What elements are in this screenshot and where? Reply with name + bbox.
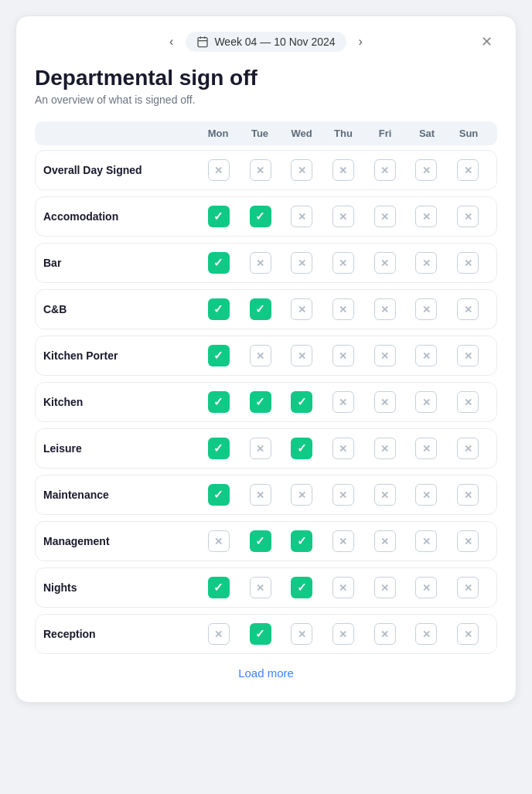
checked-icon[interactable] <box>208 484 230 506</box>
checked-icon[interactable] <box>291 391 312 413</box>
unchecked-icon[interactable] <box>374 530 396 552</box>
unchecked-icon[interactable] <box>332 530 354 552</box>
unchecked-icon[interactable] <box>415 298 437 320</box>
unchecked-icon[interactable] <box>291 298 312 320</box>
unchecked-icon[interactable] <box>415 484 437 506</box>
dept-name: Bar <box>43 256 198 270</box>
unchecked-icon[interactable] <box>457 206 479 227</box>
unchecked-icon[interactable] <box>457 391 479 413</box>
dept-name: Overall Day Signed <box>43 163 198 177</box>
unchecked-icon[interactable] <box>250 159 271 181</box>
unchecked-icon[interactable] <box>374 298 396 320</box>
unchecked-icon[interactable] <box>291 252 312 274</box>
unchecked-icon[interactable] <box>250 345 271 366</box>
unchecked-icon[interactable] <box>374 577 396 598</box>
checked-icon[interactable] <box>250 206 271 227</box>
unchecked-icon[interactable] <box>415 391 437 413</box>
checked-icon[interactable] <box>208 298 230 320</box>
unchecked-icon[interactable] <box>332 206 354 227</box>
checked-icon[interactable] <box>250 298 271 320</box>
checked-icon[interactable] <box>208 206 230 227</box>
unchecked-icon[interactable] <box>415 159 437 181</box>
unchecked-icon[interactable] <box>457 623 479 645</box>
unchecked-icon[interactable] <box>457 438 479 459</box>
unchecked-icon[interactable] <box>332 438 354 459</box>
checked-icon[interactable] <box>208 391 230 413</box>
check-cell <box>447 159 489 181</box>
unchecked-icon[interactable] <box>332 345 354 366</box>
check-cell <box>281 298 322 320</box>
checked-icon[interactable] <box>291 530 312 552</box>
check-cell <box>322 252 364 274</box>
unchecked-icon[interactable] <box>291 345 312 366</box>
checked-icon[interactable] <box>208 438 230 459</box>
close-button[interactable]: ✕ <box>476 32 497 52</box>
unchecked-icon[interactable] <box>374 206 396 227</box>
unchecked-icon[interactable] <box>250 438 271 459</box>
unchecked-icon[interactable] <box>332 391 354 413</box>
unchecked-icon[interactable] <box>291 623 312 645</box>
unchecked-icon[interactable] <box>208 530 230 552</box>
unchecked-icon[interactable] <box>374 623 396 645</box>
unchecked-icon[interactable] <box>415 623 437 645</box>
checked-icon[interactable] <box>208 345 230 366</box>
unchecked-icon[interactable] <box>457 345 479 366</box>
unchecked-icon[interactable] <box>457 577 479 598</box>
unchecked-icon[interactable] <box>457 252 479 274</box>
check-cell <box>364 206 406 227</box>
unchecked-icon[interactable] <box>374 159 396 181</box>
unchecked-icon[interactable] <box>332 252 354 274</box>
unchecked-icon[interactable] <box>291 159 312 181</box>
check-cell <box>447 252 489 274</box>
unchecked-icon[interactable] <box>332 623 354 645</box>
prev-week-button[interactable]: ‹ <box>165 32 178 52</box>
unchecked-icon[interactable] <box>415 577 437 598</box>
unchecked-icon[interactable] <box>332 577 354 598</box>
check-cell <box>406 159 448 181</box>
unchecked-icon[interactable] <box>250 484 271 506</box>
table-row: Reception <box>35 614 497 654</box>
main-card: ‹ Week 04 — 10 Nov 2024 › ✕ Departmental… <box>15 15 517 703</box>
unchecked-icon[interactable] <box>415 530 437 552</box>
unchecked-icon[interactable] <box>374 484 396 506</box>
unchecked-icon[interactable] <box>332 484 354 506</box>
check-cell <box>198 159 240 181</box>
table-row: Overall Day Signed <box>35 150 497 190</box>
unchecked-icon[interactable] <box>415 252 437 274</box>
checked-icon[interactable] <box>250 391 271 413</box>
checked-icon[interactable] <box>208 252 230 274</box>
unchecked-icon[interactable] <box>374 345 396 366</box>
column-headers: Mon Tue Wed Thu Fri Sat Sun <box>35 121 497 145</box>
unchecked-icon[interactable] <box>374 391 396 413</box>
dept-name: Leisure <box>43 441 198 455</box>
unchecked-icon[interactable] <box>291 206 312 227</box>
checked-icon[interactable] <box>291 438 312 459</box>
checked-icon[interactable] <box>291 577 312 598</box>
unchecked-icon[interactable] <box>332 298 354 320</box>
checked-icon[interactable] <box>208 577 230 598</box>
unchecked-icon[interactable] <box>415 206 437 227</box>
unchecked-icon[interactable] <box>291 484 312 506</box>
unchecked-icon[interactable] <box>457 484 479 506</box>
check-cell <box>240 298 281 320</box>
unchecked-icon[interactable] <box>208 159 230 181</box>
check-cell <box>364 438 406 459</box>
unchecked-icon[interactable] <box>457 298 479 320</box>
unchecked-icon[interactable] <box>415 438 437 459</box>
unchecked-icon[interactable] <box>250 577 271 598</box>
unchecked-icon[interactable] <box>208 623 230 645</box>
dept-name: Management <box>43 534 198 548</box>
unchecked-icon[interactable] <box>374 252 396 274</box>
checked-icon[interactable] <box>250 623 271 645</box>
week-label-container: Week 04 — 10 Nov 2024 <box>186 32 346 52</box>
unchecked-icon[interactable] <box>374 438 396 459</box>
unchecked-icon[interactable] <box>415 345 437 366</box>
check-cell <box>447 623 489 645</box>
unchecked-icon[interactable] <box>332 159 354 181</box>
unchecked-icon[interactable] <box>250 252 271 274</box>
load-more-button[interactable]: Load more <box>238 666 294 680</box>
unchecked-icon[interactable] <box>457 159 479 181</box>
next-week-button[interactable]: › <box>354 32 367 52</box>
checked-icon[interactable] <box>250 530 271 552</box>
unchecked-icon[interactable] <box>457 530 479 552</box>
